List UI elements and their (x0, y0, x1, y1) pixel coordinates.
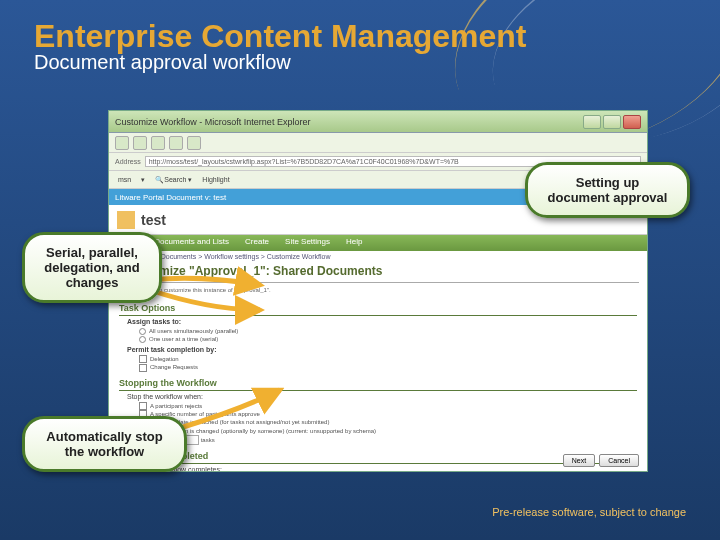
page-description: Use this page to customize this instance… (109, 283, 647, 297)
stop-icon[interactable] (151, 136, 165, 150)
site-nav: Home Documents and Lists Create Site Set… (109, 235, 647, 251)
stop-label: Stop the workflow when: (119, 391, 637, 402)
next-button[interactable]: Next (563, 454, 595, 467)
callout-setting-up: Setting up document approval (525, 162, 690, 218)
slide-title: Enterprise Content Management (34, 18, 686, 55)
address-label: Address (115, 158, 141, 165)
nav-create[interactable]: Create (237, 235, 277, 251)
nav-settings[interactable]: Site Settings (277, 235, 338, 251)
site-name: test (141, 212, 166, 228)
cancel-button[interactable]: Cancel (599, 454, 639, 467)
back-icon[interactable] (115, 136, 129, 150)
footer-note: Pre-release software, subject to change (492, 506, 686, 518)
radio-parallel[interactable] (139, 328, 146, 335)
site-logo-icon (117, 211, 135, 229)
section-stopping: Stopping the Workflow (119, 376, 637, 391)
page-title: Customize "Approval_1": Shared Documents (117, 262, 639, 283)
page-content: test > Shared Documents > Workflow setti… (109, 251, 647, 471)
close-button[interactable] (623, 115, 641, 129)
completed-label: When the workflow completes: (119, 464, 637, 471)
refresh-icon[interactable] (169, 136, 183, 150)
msn-icon: msn (115, 176, 134, 183)
breadcrumb: test > Shared Documents > Workflow setti… (109, 251, 647, 262)
radio-serial[interactable] (139, 336, 146, 343)
section-task-options: Task Options (119, 301, 637, 316)
forward-icon[interactable] (133, 136, 147, 150)
checkbox-delegation[interactable] (139, 355, 147, 363)
section-completed: Workflow Completed (119, 449, 637, 464)
checkbox-changereq[interactable] (139, 364, 147, 372)
callout-auto-stop: Automatically stop the workflow (22, 416, 187, 472)
minimize-button[interactable] (583, 115, 601, 129)
home-icon[interactable] (187, 136, 201, 150)
toolbar (109, 133, 647, 153)
window-title: Customize Workflow - Microsoft Internet … (115, 117, 583, 127)
titlebar: Customize Workflow - Microsoft Internet … (109, 111, 647, 133)
maximize-button[interactable] (603, 115, 621, 129)
checkbox-reject[interactable] (139, 402, 147, 410)
permit-label: Permit task completion by: (127, 346, 216, 353)
search-icon[interactable]: 🔍Search ▾ (152, 176, 195, 184)
highlight-icon[interactable]: Highlight (199, 176, 232, 183)
callout-serial-parallel: Serial, parallel, delegation, and change… (22, 232, 162, 303)
assign-label: Assign tasks to: (127, 318, 181, 325)
nav-help[interactable]: Help (338, 235, 370, 251)
